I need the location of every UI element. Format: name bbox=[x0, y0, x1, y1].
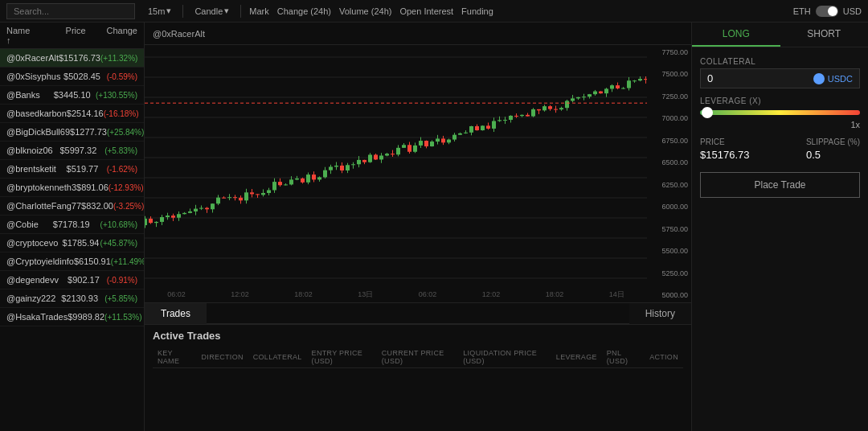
price-col: PRICE $15176.73 bbox=[700, 138, 749, 161]
timeframe-button[interactable]: 15m ▾ bbox=[145, 4, 174, 18]
svg-rect-225 bbox=[576, 97, 580, 99]
y-axis-label: 7250.00 bbox=[650, 92, 688, 101]
svg-rect-237 bbox=[610, 85, 614, 88]
toggle-switch[interactable] bbox=[816, 6, 838, 17]
chart-inner bbox=[145, 45, 647, 286]
tab-long[interactable]: LONG bbox=[692, 23, 780, 47]
currency-toggle[interactable]: ETH USD bbox=[793, 6, 862, 17]
x-axis-label: 12:02 bbox=[231, 290, 249, 298]
x-axis-label: 12:02 bbox=[482, 290, 501, 298]
svg-rect-223 bbox=[571, 98, 575, 101]
trades-header-row: KEY NAMEDIRECTIONCOLLATERALENTRY PRICE (… bbox=[153, 347, 683, 368]
sidebar-item[interactable]: @blknoiz06 $5997.32 (+5.83%) bbox=[0, 142, 144, 160]
sidebar-item[interactable]: @Cobie $7178.19 (+10.68%) bbox=[0, 216, 144, 234]
sidebar-item[interactable]: @bryptokenneth3 $891.06 (-12.93%) bbox=[0, 179, 144, 197]
usd-label: USD bbox=[843, 6, 862, 16]
chart-controls: 15m ▾ Candle ▾ Mark Change (24h) Volume … bbox=[145, 4, 493, 18]
y-axis-label: 5500.00 bbox=[650, 247, 688, 255]
table-header: LEVERAGE bbox=[551, 347, 602, 368]
search-input[interactable] bbox=[6, 3, 135, 19]
sidebar-item[interactable]: @0xRacerAlt $15176.73 (+11.32%) bbox=[0, 49, 144, 68]
svg-rect-91 bbox=[199, 208, 203, 209]
bottom-tabs: Trades History bbox=[145, 303, 691, 325]
svg-rect-163 bbox=[402, 145, 406, 148]
y-axis-label: 6250.00 bbox=[650, 181, 688, 189]
open-interest-stat: Open Interest bbox=[399, 6, 453, 16]
x-axis-label: 06:02 bbox=[167, 290, 186, 298]
col-name-header[interactable]: Name ↑ bbox=[6, 26, 30, 45]
sidebar-item[interactable]: @BigDickBull69 $1277.73 (+25.84%) bbox=[0, 123, 144, 142]
place-trade-button[interactable]: Place Trade bbox=[700, 172, 860, 198]
svg-rect-195 bbox=[492, 121, 496, 129]
svg-rect-193 bbox=[486, 125, 490, 129]
svg-rect-77 bbox=[160, 217, 164, 222]
svg-rect-123 bbox=[289, 179, 293, 184]
svg-rect-245 bbox=[633, 80, 637, 81]
divider bbox=[240, 5, 241, 18]
table-header: LIQUIDATION PRICE (USD) bbox=[458, 347, 551, 368]
svg-rect-229 bbox=[588, 94, 592, 96]
sidebar-item[interactable]: @Banks $3445.10 (+130.55%) bbox=[0, 86, 144, 105]
toggle-knob bbox=[828, 6, 837, 16]
sidebar-item[interactable]: @CharlotteFang77 $832.00 (-3.25%) bbox=[0, 197, 144, 216]
price-label: PRICE bbox=[700, 138, 749, 146]
sidebar-item[interactable]: @brentsketit $519.77 (-1.62%) bbox=[0, 160, 144, 179]
svg-rect-221 bbox=[565, 101, 569, 108]
svg-rect-209 bbox=[531, 109, 535, 117]
table-header: KEY NAME bbox=[153, 347, 197, 368]
svg-rect-207 bbox=[526, 115, 530, 117]
svg-rect-85 bbox=[182, 213, 186, 214]
tab-short[interactable]: SHORT bbox=[780, 23, 869, 47]
svg-rect-83 bbox=[177, 214, 181, 217]
chart-canvas[interactable]: 7750.007500.007250.007000.006750.006500.… bbox=[145, 45, 691, 302]
x-axis-label: 18:02 bbox=[546, 290, 564, 298]
svg-rect-97 bbox=[216, 198, 220, 204]
sidebar-item[interactable]: @basedkarbon $2514.16 (-16.18%) bbox=[0, 105, 144, 123]
tab-spacer bbox=[207, 303, 629, 324]
y-axis-label: 6750.00 bbox=[650, 137, 688, 145]
tab-trades[interactable]: Trades bbox=[145, 303, 207, 324]
svg-rect-211 bbox=[537, 109, 541, 110]
sidebar-item[interactable]: @gainzy222 $2130.93 (+5.85%) bbox=[0, 289, 144, 308]
main-content: Name ↑ Price Change @0xRacerAlt $15176.7… bbox=[0, 23, 868, 431]
svg-rect-149 bbox=[362, 160, 366, 162]
y-axis-label: 5250.00 bbox=[650, 269, 688, 277]
slippage-label: SLIPPAGE (%) bbox=[806, 138, 860, 146]
svg-rect-129 bbox=[306, 174, 310, 183]
svg-rect-139 bbox=[334, 166, 338, 167]
active-trades-area: Active Trades KEY NAMEDIRECTIONCOLLATERA… bbox=[145, 325, 691, 373]
svg-rect-117 bbox=[272, 182, 276, 190]
candle-button[interactable]: Candle ▾ bbox=[191, 4, 232, 18]
table-header: PNL (USD) bbox=[602, 347, 645, 368]
svg-rect-197 bbox=[497, 120, 502, 121]
y-axis-label: 5750.00 bbox=[650, 225, 688, 233]
sidebar-item[interactable]: @HsakaTrades $9989.82 (+11.53%) bbox=[0, 308, 144, 326]
tab-history[interactable]: History bbox=[629, 303, 691, 324]
sidebar-item[interactable]: @cryptocevo $1785.94 (+45.87%) bbox=[0, 234, 144, 252]
svg-rect-177 bbox=[441, 138, 445, 142]
svg-rect-213 bbox=[542, 106, 547, 110]
svg-rect-217 bbox=[554, 109, 558, 110]
collateral-input[interactable] bbox=[707, 72, 813, 84]
svg-rect-131 bbox=[312, 174, 316, 179]
svg-rect-205 bbox=[520, 115, 524, 116]
table-header: COLLATERAL bbox=[248, 347, 307, 368]
sidebar-item[interactable]: @0xSisyphus $5028.45 (-0.59%) bbox=[0, 68, 144, 86]
sidebar-item[interactable]: @Cryptoyieldinfo $6150.91 (+11.49%) bbox=[0, 252, 144, 271]
svg-rect-239 bbox=[616, 85, 620, 88]
table-header: ACTION bbox=[645, 347, 683, 368]
svg-rect-243 bbox=[627, 80, 631, 88]
svg-rect-75 bbox=[154, 222, 158, 223]
sidebar-item[interactable]: @degendevv $902.17 (-0.91%) bbox=[0, 271, 144, 289]
svg-rect-105 bbox=[239, 198, 243, 200]
right-panel: LONG SHORT COLLATERAL USDC LEVERAGE (x) bbox=[691, 23, 868, 431]
leverage-thumb[interactable] bbox=[702, 107, 713, 118]
svg-rect-191 bbox=[481, 125, 485, 130]
svg-rect-183 bbox=[458, 133, 462, 135]
svg-rect-231 bbox=[593, 92, 597, 95]
svg-rect-109 bbox=[250, 192, 254, 194]
svg-rect-233 bbox=[599, 92, 603, 94]
y-axis-label: 6500.00 bbox=[650, 158, 688, 166]
trade-tabs: LONG SHORT bbox=[692, 23, 868, 47]
mark-stat: Mark bbox=[249, 6, 268, 16]
